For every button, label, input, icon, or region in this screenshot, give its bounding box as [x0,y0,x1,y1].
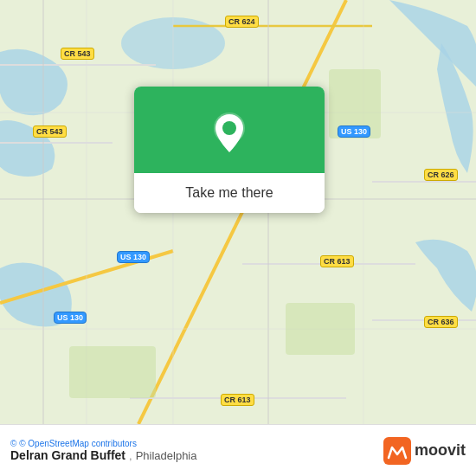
road-label-cr636: CR 636 [424,316,458,328]
road-label-cr626: CR 626 [424,169,458,181]
attribution: © © OpenStreetMap contributors [10,439,196,448]
svg-point-23 [222,121,236,135]
road-label-us130b: US 130 [117,251,150,263]
location-card: Take me there [134,87,325,213]
road-label-cr613b: CR 613 [221,394,254,406]
place-name: Delran Grand Buffet [10,448,125,462]
card-green-section [134,87,325,173]
svg-rect-24 [383,437,411,465]
moovit-icon [383,437,411,465]
svg-rect-20 [69,346,156,398]
road-label-cr613a: CR 613 [320,255,354,267]
bottom-left: © © OpenStreetMap contributors Delran Gr… [10,439,196,462]
attribution-text: © OpenStreetMap contributors [19,439,137,448]
place-city: Philadelphia [136,449,197,462]
bottom-bar: © © OpenStreetMap contributors Delran Gr… [0,424,476,476]
svg-rect-19 [286,303,355,355]
map-container: CR 624 CR 543 CR 543 US 130 130 CR 626 U… [0,0,476,424]
road-label-cr543a: CR 543 [61,48,94,60]
road-label-cr624: CR 624 [225,16,259,28]
moovit-logo[interactable]: moovit [383,437,466,465]
road-label-cr543b: CR 543 [33,125,67,138]
moovit-text: moovit [415,441,466,460]
take-me-there-button[interactable]: Take me there [134,173,325,213]
road-label-us130c: US 130 [54,312,87,324]
copyright-symbol: © [10,439,16,448]
location-pin-icon [207,111,252,156]
road-label-us130a: US 130 [338,125,370,138]
